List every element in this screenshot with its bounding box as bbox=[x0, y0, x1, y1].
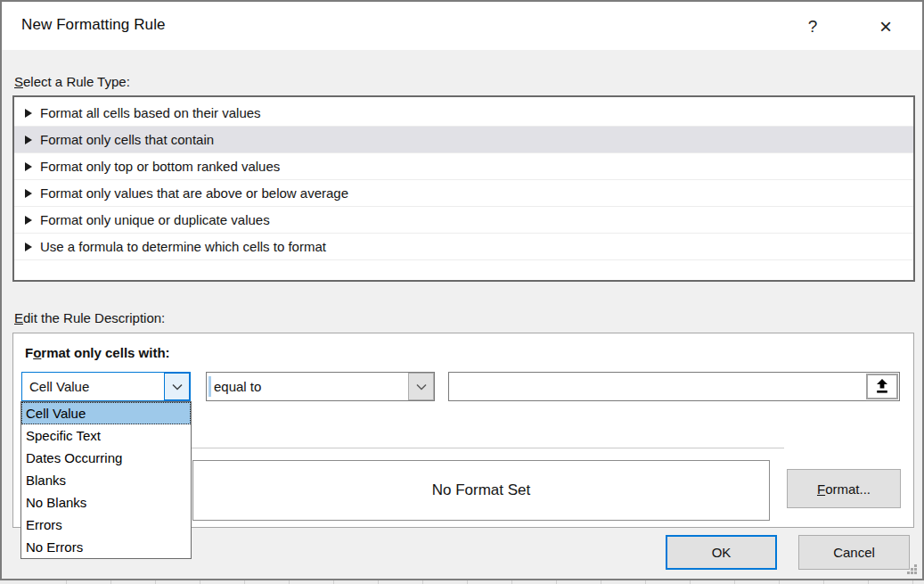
rule-type-item[interactable]: Format only values that are above or bel… bbox=[14, 180, 913, 207]
rule-type-item-label: Use a formula to determine which cells t… bbox=[40, 239, 326, 254]
combobox-value: Cell Value bbox=[29, 373, 89, 400]
format-preview-text: No Format Set bbox=[432, 481, 531, 499]
rule-type-item-label: Format only values that are above or bel… bbox=[40, 185, 348, 201]
dialog-title: New Formatting Rule bbox=[21, 16, 166, 34]
dropdown-option[interactable]: No Errors bbox=[21, 536, 191, 558]
cancel-button[interactable]: Cancel bbox=[798, 535, 910, 570]
dropdown-option[interactable]: No Blanks bbox=[21, 491, 191, 514]
rule-type-item-label: Format only unique or duplicate values bbox=[40, 212, 270, 227]
combobox-dropdown-button[interactable] bbox=[164, 373, 190, 400]
ok-button[interactable]: OK bbox=[666, 535, 777, 570]
screen: New Formatting Rule ? × Select a Rule Ty… bbox=[0, 0, 924, 584]
text-caret bbox=[209, 376, 211, 397]
rule-type-list[interactable]: Format all cells based on their valuesFo… bbox=[12, 95, 915, 282]
close-button[interactable]: × bbox=[871, 12, 901, 42]
rule-type-item-label: Format only top or bottom ranked values bbox=[40, 159, 280, 174]
help-icon: ? bbox=[808, 17, 818, 37]
help-button[interactable]: ? bbox=[797, 12, 828, 42]
dropdown-option[interactable]: Cell Value bbox=[21, 402, 191, 424]
cell-value-type-dropdown-list: Cell ValueSpecific TextDates OccurringBl… bbox=[20, 401, 192, 559]
comparison-value-field bbox=[448, 372, 900, 401]
rule-bullet-icon bbox=[25, 136, 32, 144]
combobox-dropdown-button[interactable] bbox=[408, 373, 434, 400]
rule-bullet-icon bbox=[25, 216, 32, 225]
range-picker-up-arrow-icon bbox=[875, 379, 889, 394]
close-icon: × bbox=[879, 14, 892, 39]
new-formatting-rule-dialog: New Formatting Rule ? × Select a Rule Ty… bbox=[0, 0, 924, 580]
rule-type-item[interactable]: Format only top or bottom ranked values bbox=[14, 153, 913, 180]
chevron-down-icon bbox=[172, 383, 183, 391]
rule-type-item[interactable]: Format only cells that contain bbox=[14, 127, 913, 153]
rule-bullet-icon bbox=[25, 189, 32, 198]
dropdown-option[interactable]: Dates Occurring bbox=[21, 447, 191, 469]
select-rule-type-label: Select a Rule Type: bbox=[14, 74, 130, 89]
format-button[interactable]: Format... bbox=[787, 469, 901, 508]
rule-bullet-icon bbox=[25, 243, 32, 251]
rule-type-item-label: Format all cells based on their values bbox=[40, 105, 261, 120]
rule-type-item[interactable]: Use a formula to determine which cells t… bbox=[14, 234, 913, 260]
format-only-cells-with-label: Format only cells with: bbox=[25, 345, 170, 360]
rule-type-item[interactable]: Format all cells based on their values bbox=[14, 100, 913, 127]
combobox-value: equal to bbox=[214, 373, 261, 400]
dropdown-option[interactable]: Blanks bbox=[21, 469, 191, 491]
dropdown-option[interactable]: Errors bbox=[21, 514, 191, 536]
rule-type-item[interactable]: Format only unique or duplicate values bbox=[14, 207, 913, 234]
operator-combobox[interactable]: equal to bbox=[206, 372, 435, 401]
dialog-titlebar[interactable]: New Formatting Rule ? × bbox=[2, 2, 922, 50]
edit-rule-description-label: Edit the Rule Description: bbox=[14, 310, 165, 325]
comparison-value-input[interactable] bbox=[449, 373, 863, 400]
rule-type-item-label: Format only cells that contain bbox=[40, 132, 214, 147]
collapse-dialog-range-picker-button[interactable] bbox=[866, 374, 898, 399]
rule-bullet-icon bbox=[25, 162, 32, 171]
cell-value-type-combobox[interactable]: Cell Value bbox=[21, 372, 191, 401]
resize-grip[interactable] bbox=[907, 564, 918, 575]
rule-bullet-icon bbox=[25, 109, 32, 118]
format-preview-box: No Format Set bbox=[192, 460, 770, 521]
chevron-down-icon bbox=[416, 383, 427, 391]
dropdown-option[interactable]: Specific Text bbox=[21, 424, 191, 447]
